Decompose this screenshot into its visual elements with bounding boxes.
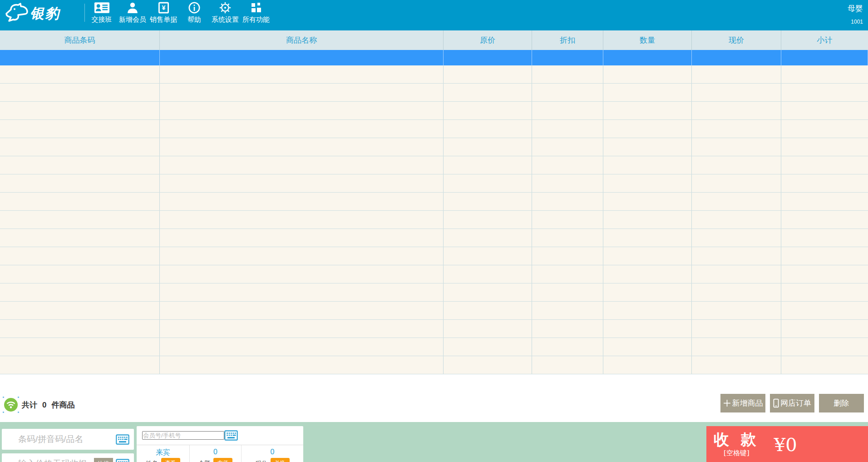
- table-cell: [532, 156, 603, 174]
- menu-add-member[interactable]: 新增会员: [117, 1, 148, 24]
- table-row[interactable]: [0, 193, 868, 211]
- table-row[interactable]: [0, 229, 868, 247]
- table-row[interactable]: [0, 120, 868, 138]
- table-cell: [781, 338, 868, 356]
- gear-icon: [210, 2, 241, 14]
- keyboard-icon[interactable]: [224, 430, 238, 441]
- table-cell: [0, 283, 160, 301]
- quick-key-button[interactable]: 快捷: [94, 458, 113, 462]
- column-header-4: 折扣: [532, 30, 603, 50]
- table-cell: [0, 174, 160, 192]
- menu-label: 新增会员: [117, 15, 148, 24]
- table-cell: [692, 65, 781, 83]
- table-cell: [532, 247, 603, 265]
- summary-suffix: 件商品: [51, 401, 74, 409]
- menu-label: 销售单据: [148, 15, 179, 24]
- table-row[interactable]: [0, 65, 868, 84]
- table-cell: [0, 338, 160, 356]
- table-cell: [781, 120, 868, 138]
- table-cell: [603, 50, 692, 65]
- table-cell: [781, 65, 868, 83]
- menu-all-functions[interactable]: 所有功能: [241, 1, 271, 24]
- leopard-icon: [5, 2, 29, 25]
- table-row[interactable]: [0, 356, 868, 374]
- table-cell: [0, 156, 160, 174]
- table-cell: [0, 247, 160, 265]
- table-row[interactable]: [0, 138, 868, 156]
- column-header-2: 商品名称: [160, 30, 444, 50]
- column-header-1: 商品条码: [0, 30, 160, 50]
- table-cell: [444, 302, 532, 319]
- view-member-button[interactable]: 查看: [161, 458, 180, 462]
- table-cell: [532, 265, 603, 283]
- cart-summary: 共计0件商品: [22, 399, 74, 412]
- table-cell: [444, 102, 532, 119]
- table-cell: [603, 338, 692, 356]
- cart-table-header: 商品条码商品名称原价折扣数量现价小计: [0, 30, 868, 50]
- points-value: 0: [242, 448, 303, 456]
- table-cell: [603, 120, 692, 138]
- table-cell: [532, 283, 603, 301]
- redeem-button[interactable]: 兑换: [271, 458, 290, 462]
- table-cell: [160, 229, 444, 247]
- table-cell: [532, 84, 603, 101]
- table-cell: [0, 302, 160, 319]
- table-row[interactable]: [0, 265, 868, 283]
- online-orders-button[interactable]: 网店订单: [770, 394, 814, 412]
- selected-row[interactable]: [0, 50, 868, 65]
- table-cell: [160, 84, 444, 101]
- member-name-stat: 来宾 姓名 查看: [137, 445, 190, 462]
- pos-app: 银豹 交接班新增会员¥销售单据帮助系统设置所有功能 母婴 1001 商品条码商品…: [0, 0, 868, 462]
- member-panel: 来宾 姓名 查看 0 余额 充值 0 积分 兑换: [137, 426, 303, 462]
- delete-button[interactable]: 删除: [819, 394, 864, 412]
- table-cell: [692, 320, 781, 338]
- table-cell: [444, 229, 532, 247]
- table-row[interactable]: [0, 84, 868, 102]
- checkout-button[interactable]: 收 款 [空格键] ¥0: [706, 426, 868, 462]
- keyboard-icon[interactable]: [116, 459, 129, 462]
- table-cell: [444, 265, 532, 283]
- table-cell: [692, 265, 781, 283]
- table-cell: [781, 193, 868, 210]
- table-row[interactable]: [0, 102, 868, 120]
- table-cell: [692, 156, 781, 174]
- table-cell: [692, 229, 781, 247]
- price-entry-input[interactable]: [6, 459, 94, 462]
- table-cell: [603, 283, 692, 301]
- table-cell: [603, 65, 692, 83]
- table-row[interactable]: [0, 283, 868, 302]
- menu-shift-handover[interactable]: 交接班: [86, 1, 117, 24]
- table-cell: [603, 356, 692, 374]
- table-cell: [160, 265, 444, 283]
- table-row[interactable]: [0, 247, 868, 265]
- table-row[interactable]: [0, 320, 868, 338]
- brand-name: 银豹: [30, 4, 60, 23]
- member-search-input[interactable]: [142, 431, 224, 440]
- menu-system-settings[interactable]: 系统设置: [210, 1, 241, 24]
- table-row[interactable]: [0, 338, 868, 356]
- table-cell: [781, 283, 868, 301]
- id-card-icon: [86, 2, 117, 14]
- wifi-icon: [4, 398, 18, 412]
- store-info: 母婴 1001: [848, 3, 863, 25]
- member-name-value: 来宾: [137, 448, 189, 456]
- table-cell: [692, 247, 781, 265]
- table-row[interactable]: [0, 211, 868, 229]
- toolbar-separator: [84, 4, 85, 22]
- table-row[interactable]: [0, 302, 868, 320]
- brand-logo: 银豹: [5, 2, 60, 25]
- table-row[interactable]: [0, 156, 868, 174]
- menu-sales-receipts[interactable]: ¥销售单据: [148, 1, 179, 24]
- table-cell: [0, 50, 160, 65]
- table-cell: [603, 102, 692, 119]
- recharge-button[interactable]: 充值: [213, 458, 232, 462]
- barcode-search-input[interactable]: [6, 434, 116, 444]
- keyboard-icon[interactable]: [116, 434, 129, 445]
- checkout-amount: ¥0: [774, 434, 797, 455]
- menu-help[interactable]: 帮助: [179, 1, 210, 24]
- table-cell: [692, 138, 781, 156]
- table-row[interactable]: [0, 174, 868, 193]
- network-status[interactable]: [3, 397, 19, 413]
- menu-label: 系统设置: [210, 15, 241, 24]
- add-product-button[interactable]: 新增商品: [720, 394, 765, 412]
